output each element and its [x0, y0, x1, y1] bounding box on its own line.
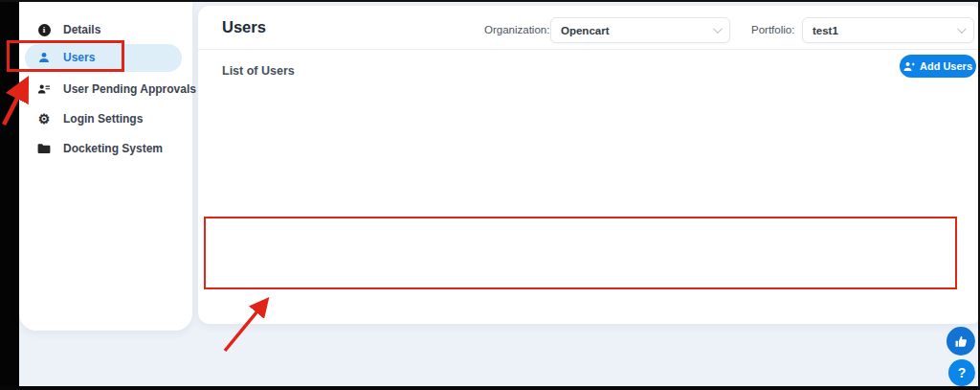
- portfolio-value: test1: [813, 25, 838, 36]
- screen-edge-left: [0, 0, 19, 390]
- feedback-thumbs-up-button[interactable]: [947, 327, 975, 356]
- organization-select[interactable]: Opencart: [550, 17, 730, 43]
- main-panel: Users Organization: Opencart Portfolio: …: [198, 6, 978, 324]
- sidebar-item-label: User Pending Approvals: [63, 82, 196, 96]
- chevron-down-icon: [957, 24, 967, 34]
- sidebar-item-label: Users: [63, 51, 95, 64]
- add-users-label: Add Users: [920, 60, 972, 72]
- app-window: i Details Users User Pending Approvals ⚙…: [0, 0, 980, 390]
- sidebar-item-label: Details: [63, 23, 100, 36]
- organization-value: Opencart: [561, 25, 610, 36]
- user-icon: [37, 51, 51, 64]
- chevron-down-icon: [713, 24, 723, 34]
- header-divider: [198, 49, 978, 50]
- portfolio-select[interactable]: test1: [802, 17, 974, 43]
- sidebar: i Details Users User Pending Approvals ⚙…: [19, 2, 192, 331]
- screen-edge-bottom: [0, 386, 980, 390]
- sidebar-item-user-pending-approvals[interactable]: User Pending Approvals: [19, 77, 192, 102]
- page-title: Users: [222, 18, 266, 36]
- sidebar-item-details[interactable]: i Details: [19, 17, 192, 42]
- help-button[interactable]: ?: [948, 359, 975, 386]
- gear-icon: ⚙: [37, 112, 51, 126]
- sidebar-item-label: Login Settings: [63, 112, 143, 126]
- sidebar-item-label: Docketing System: [63, 142, 163, 155]
- add-users-button[interactable]: Add Users: [900, 55, 976, 78]
- sidebar-item-users[interactable]: Users: [19, 45, 192, 70]
- sidebar-item-login-settings[interactable]: ⚙ Login Settings: [19, 106, 192, 131]
- user-list-icon: [37, 82, 51, 96]
- portfolio-label: Portfolio:: [751, 24, 794, 35]
- thumbs-up-icon: [954, 334, 969, 349]
- info-icon: i: [37, 23, 51, 36]
- add-user-icon: [903, 61, 915, 72]
- organization-label: Organization:: [484, 24, 549, 35]
- question-mark-icon: ?: [958, 365, 967, 380]
- sidebar-item-docketing-system[interactable]: Docketing System: [19, 136, 192, 161]
- list-of-users-title: List of Users: [222, 64, 295, 78]
- folder-icon: [37, 142, 51, 155]
